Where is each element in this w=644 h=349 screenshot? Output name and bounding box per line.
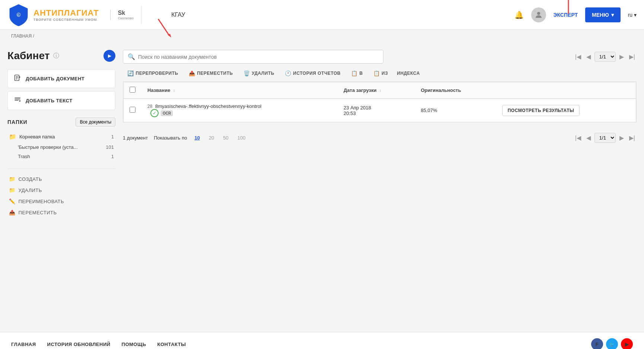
move-folder-action[interactable]: 📤 ПЕРЕМЕСТИТЬ [7, 207, 115, 218]
cabinet-help-icon[interactable]: ⓘ [53, 52, 59, 60]
folder-trash-count: 1 [111, 154, 114, 159]
page-select[interactable]: 1/1 [594, 52, 616, 62]
bottom-page-first[interactable]: |◀ [574, 133, 583, 143]
header-name-col[interactable]: Название ↕ [141, 82, 338, 99]
youtube-button[interactable]: ▶ [621, 338, 633, 349]
user-avatar[interactable] [531, 7, 546, 22]
table-body: 28 8myasischeva-.ffektivnyy-obschestvenn… [124, 99, 636, 122]
page-prev-button[interactable]: ◀ [585, 52, 592, 62]
search-box: 🔍 [123, 50, 383, 64]
to-index-icon: 📋 [351, 70, 358, 76]
bottom-page-prev[interactable]: ◀ [585, 133, 592, 143]
page-first-button[interactable]: |◀ [574, 52, 583, 62]
page-size-10[interactable]: 10 [193, 134, 201, 141]
page-size-50[interactable]: 50 [221, 134, 230, 141]
expert-arrow-annotation [561, 0, 576, 14]
documents-table: Название ↕ Дата загрузки ↕ Оригинальност… [123, 82, 636, 122]
move-button[interactable]: 📤 ПЕРЕМЕСТИТЬ [184, 68, 237, 79]
doc-date: 23 Апр 2018 [344, 105, 409, 111]
pagination-top: |◀ ◀ 1/1 ▶ ▶| [574, 52, 637, 62]
folder-trash-name: Trash [18, 154, 111, 159]
move-folder-icon: 📤 [9, 209, 16, 215]
delete-button[interactable]: 🗑️ УДАЛИТЬ [239, 68, 279, 79]
folder-quickchecks-count: 101 [106, 144, 114, 150]
bottom-page-last[interactable]: ▶| [628, 133, 637, 143]
history-icon: 🕐 [285, 70, 291, 76]
main-layout: Кабинет ⓘ ▶ ДОБАВИТЬ ДОКУМЕНТ ДОБАВИТЬ Т… [0, 42, 644, 332]
root-folder-icon: 📁 [9, 133, 16, 140]
view-results-button[interactable]: ПОСМОТРЕТЬ РЕЗУЛЬТАТЫ [502, 105, 580, 116]
delete-folder-icon: 📁 [9, 187, 16, 193]
page-size-20[interactable]: 20 [207, 134, 216, 141]
page-size-100[interactable]: 100 [236, 134, 247, 141]
delete-folder-action[interactable]: 📁 УДАЛИТЬ [7, 185, 115, 196]
row-action-cell: ПОСМОТРЕТЬ РЕЗУЛЬТАТЫ [496, 99, 636, 122]
arrow-annotation [151, 19, 181, 41]
footer-nav-contacts[interactable]: КОНТАКТЫ [157, 342, 186, 347]
create-folder-action[interactable]: 📁 СОЗДАТЬ [7, 173, 115, 185]
doc-time: 20:53 [344, 111, 409, 116]
documents-table-wrapper: Название ↕ Дата загрузки ↕ Оригинальност… [123, 81, 637, 122]
twitter-button[interactable]: 🐦 [606, 338, 618, 349]
root-folder[interactable]: 📁 Корневая папка 1 [7, 131, 115, 143]
delete-icon: 🗑️ [243, 70, 250, 76]
search-input[interactable] [138, 54, 379, 60]
table-row: 28 8myasischeva-.ffektivnyy-obschestvenn… [124, 99, 636, 122]
footer-nav-home[interactable]: ГЛАВНАЯ [11, 342, 36, 347]
doc-name: 8myasischeva-.ffektivnyy-obschestvennyy-… [155, 103, 261, 109]
org-name-container: КГАУ [149, 12, 185, 18]
doc-number: 28 [147, 104, 152, 109]
svg-line-1 [158, 19, 169, 36]
bell-icon[interactable]: 🔔 [514, 10, 524, 19]
folders-section: ПАПКИ Все документы 📁 Корневая папка 1 '… [7, 118, 115, 161]
bottom-page-select[interactable]: 1/1 [594, 133, 616, 143]
folder-item-trash[interactable]: Trash 1 [7, 152, 115, 161]
from-index-button[interactable]: 📋 ИЗ [369, 68, 393, 79]
rename-folder-action[interactable]: ✏️ ПЕРЕИМЕНОВАТЬ [7, 196, 115, 207]
header-divider [141, 6, 141, 24]
page-next-button[interactable]: ▶ [618, 52, 625, 62]
facebook-button[interactable]: f [591, 338, 603, 349]
add-document-button[interactable]: ДОБАВИТЬ ДОКУМЕНТ [7, 69, 115, 88]
menu-button[interactable]: МЕНЮ ▾ [585, 7, 621, 22]
report-history-button[interactable]: 🕐 ИСТОРИЯ ОТЧЕТОВ [280, 68, 345, 79]
cabinet-header: Кабинет ⓘ ▶ [7, 50, 115, 62]
header-right: 🔔 ЭКСПЕРТ МЕНЮ ▾ ru ▾ [514, 7, 637, 22]
logo-text: АНТИПЛАГИАТ ТВОРИТЕ СОБСТВЕННЫМ УМОМ [34, 8, 99, 22]
rename-icon: ✏️ [9, 198, 16, 204]
play-button[interactable]: ▶ [103, 50, 115, 62]
row-name-cell: 28 8myasischeva-.ffektivnyy-obschestvenn… [141, 99, 338, 122]
org-name: КГАУ [171, 12, 185, 18]
breadcrumb: ГЛАВНАЯ / [0, 30, 644, 42]
add-text-button[interactable]: ДОБАВИТЬ ТЕКСТ [7, 91, 115, 110]
footer-social: f 🐦 ▶ [591, 338, 633, 349]
svg-text:©: © [17, 12, 21, 18]
footer-nav-updates[interactable]: ИСТОРИЯ ОБНОВЛЕНИЙ [47, 342, 111, 347]
expert-area: ЭКСПЕРТ [554, 12, 578, 18]
all-docs-button[interactable]: Все документы [76, 118, 115, 127]
show-by-label: Показывать по [154, 135, 187, 141]
bottom-page-next[interactable]: ▶ [618, 133, 625, 143]
folder-quickchecks-name: 'Быстрые проверки (уста... [18, 144, 106, 150]
recheck-icon: 🔄 [127, 70, 134, 76]
folders-header: ПАПКИ Все документы [7, 118, 115, 127]
from-index-icon: 📋 [373, 70, 380, 76]
page-last-button[interactable]: ▶| [628, 52, 637, 62]
footer-nav-help[interactable]: ПОМОЩЬ [122, 342, 146, 347]
lang-selector[interactable]: ru ▾ [628, 12, 637, 18]
breadcrumb-home[interactable]: ГЛАВНАЯ [11, 33, 32, 39]
table-header: Название ↕ Дата загрузки ↕ Оригинальност… [124, 82, 636, 99]
doc-count: 1 документ [123, 135, 148, 141]
move-icon: 📤 [189, 70, 195, 76]
check-status-icon: ✓ [150, 109, 159, 117]
footer-nav: ГЛАВНАЯ ИСТОРИЯ ОБНОВЛЕНИЙ ПОМОЩЬ КОНТАК… [11, 338, 633, 349]
to-index-button[interactable]: 📋 В [347, 68, 367, 79]
svg-point-3 [537, 12, 540, 15]
row-checkbox[interactable] [130, 107, 136, 113]
recheck-button[interactable]: 🔄 ПЕРЕПРОВЕРИТЬ [123, 68, 183, 79]
select-all-checkbox[interactable] [130, 87, 136, 93]
root-folder-name: Корневая папка [19, 134, 108, 140]
header-date-col[interactable]: Дата загрузки ↕ [338, 82, 415, 99]
create-icon: 📁 [9, 176, 16, 182]
folder-item-quickchecks[interactable]: 'Быстрые проверки (уста... 101 [7, 143, 115, 152]
